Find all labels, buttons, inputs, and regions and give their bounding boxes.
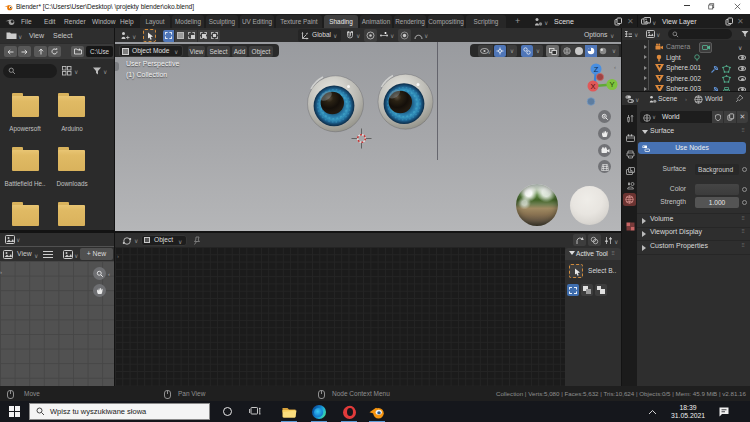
svg-text:Z: Z <box>594 65 599 74</box>
svg-text:Y: Y <box>609 80 614 89</box>
svg-text:X: X <box>590 82 595 91</box>
